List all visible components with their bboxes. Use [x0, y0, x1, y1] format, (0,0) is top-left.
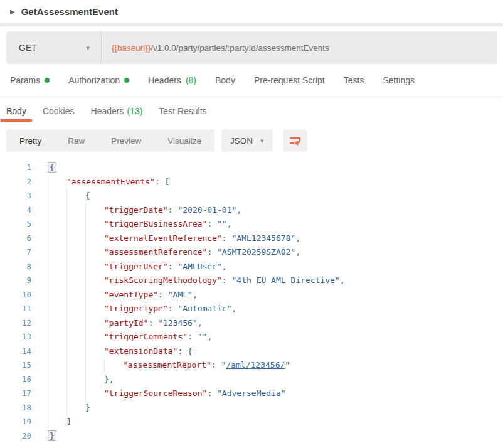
indent-guide	[85, 260, 104, 274]
indent-guide	[85, 344, 104, 359]
response-tab-headers-label: Headers	[91, 106, 124, 116]
indent-guide	[66, 189, 85, 203]
code-line: 14"extensionData": {	[0, 344, 503, 359]
indent-guide	[66, 330, 85, 344]
json-token-str: "AdverseMedia"	[217, 388, 286, 398]
indent-guide	[85, 232, 104, 246]
line-number: 7	[0, 245, 31, 260]
indent-guide	[48, 373, 66, 387]
tab-tests[interactable]: Tests	[344, 75, 364, 85]
json-token-key: "eventType"	[104, 290, 158, 299]
code-line: 11"triggerType": "Automatic",	[0, 302, 503, 316]
method-select[interactable]: GET ▾	[6, 31, 102, 64]
json-token-punct-hl: }	[48, 430, 56, 441]
line-number: 3	[0, 189, 31, 203]
code-line: 8"triggerUser": "AMLUser",	[0, 260, 503, 274]
code-line: 3{	[0, 189, 503, 203]
tab-body[interactable]: Body	[215, 75, 235, 85]
json-token-punct: :	[168, 304, 178, 313]
view-mode-preview[interactable]: Preview	[98, 129, 154, 152]
json-token-punct: ,	[232, 304, 237, 313]
json-token-punct: ,	[222, 262, 227, 271]
format-label: JSON	[230, 136, 253, 146]
json-token-key: "extensionData"	[104, 346, 177, 356]
indent-guide	[48, 330, 66, 344]
json-token-punct: :	[148, 318, 158, 328]
line-number: 4	[0, 203, 31, 218]
json-token-str: "AML"	[168, 290, 193, 299]
response-tab-body[interactable]: Body	[6, 106, 26, 116]
json-token-key: "assessmentEvents"	[66, 177, 155, 186]
indent-guide	[48, 217, 66, 232]
tab-headers-label: Headers	[148, 75, 181, 85]
indent-guide	[48, 274, 66, 288]
response-tab-headers[interactable]: Headers (13)	[91, 106, 143, 116]
indent-guide	[85, 373, 104, 387]
tab-params[interactable]: Params	[10, 75, 50, 85]
view-mode-visualize[interactable]: Visualize	[154, 129, 214, 152]
json-token-punct: }	[85, 403, 90, 412]
tab-authorization[interactable]: Authorization	[68, 75, 129, 85]
json-token-punct: :	[222, 275, 232, 285]
json-token-key: "assessmentReport"	[123, 360, 211, 370]
tab-settings[interactable]: Settings	[383, 75, 415, 85]
json-token-key: "externalEventReference"	[104, 233, 222, 243]
tab-headers[interactable]: Headers (8)	[148, 75, 196, 85]
indent-guide	[66, 245, 85, 260]
indent-guide	[66, 260, 85, 274]
headers-count-badge: (8)	[186, 75, 196, 85]
code-lines: 1{2"assessmentEvents": [3{4"triggerDate"…	[0, 161, 503, 443]
json-token-key: "triggerBusinessArea"	[104, 219, 207, 228]
indent-guide	[85, 358, 104, 373]
indent-guide	[66, 373, 85, 387]
json-token-str: "2020-01-01"	[177, 205, 236, 215]
indent-guide	[48, 401, 66, 415]
indent-guide	[66, 232, 85, 246]
response-tabs: Body Cookies Headers (13) Test Results	[0, 97, 503, 125]
green-dot-indicator	[124, 78, 129, 83]
url-variable: {{baseuri}}	[112, 43, 151, 53]
json-token-punct: :	[207, 247, 217, 257]
json-token-punct: ,	[236, 205, 241, 215]
response-tab-cookies[interactable]: Cookies	[43, 106, 75, 116]
response-tab-cookies-label: Cookies	[43, 106, 75, 116]
code-line: 10"eventType": "AML",	[0, 288, 503, 302]
json-token-punct: : {	[177, 346, 192, 356]
url-input[interactable]: {{baseuri}}/v1.0.0/party/parties/:partyI…	[102, 31, 497, 64]
indent-guide	[48, 415, 66, 429]
code-line: 12"partyId": "123456",	[0, 316, 503, 331]
indent-guide	[48, 245, 66, 260]
json-token-punct: ]	[66, 417, 71, 426]
json-token-punct: ,	[295, 247, 300, 257]
code-line: 9"riskScoringMethodology": "4th EU AML D…	[0, 274, 503, 288]
text-wrap-icon	[289, 134, 302, 147]
json-token-str: ""	[198, 332, 208, 341]
collapse-arrow-icon[interactable]: ▶	[10, 8, 15, 15]
request-tabs: Params Authorization Headers (8) Body Pr…	[0, 64, 503, 97]
json-token-punct: :	[168, 205, 178, 215]
response-body-editor[interactable]: 1{2"assessmentEvents": [3{4"triggerDate"…	[0, 156, 503, 443]
assessment-report-link[interactable]: /aml/123456/	[226, 360, 285, 370]
line-number: 5	[0, 217, 31, 232]
tab-params-label: Params	[10, 75, 40, 85]
view-mode-raw[interactable]: Raw	[55, 129, 98, 152]
json-token-key: "triggerComments"	[104, 332, 188, 341]
indent-guide	[66, 316, 85, 331]
url-path: /v1.0.0/party/parties/:partyId/assessmen…	[151, 43, 329, 53]
tab-pre-request-script[interactable]: Pre-request Script	[254, 75, 325, 85]
json-token-punct: :	[211, 360, 221, 370]
line-number: 13	[0, 330, 31, 344]
indent-guide	[66, 358, 85, 373]
json-token-punct: ,	[340, 275, 345, 285]
code-line: 4"triggerDate": "2020-01-01",	[0, 203, 503, 218]
tab-tests-label: Tests	[344, 75, 364, 85]
json-token-key: "triggerDate"	[104, 205, 168, 215]
response-tab-test-results[interactable]: Test Results	[159, 106, 206, 116]
json-token-key: "triggerSourceReason"	[104, 388, 207, 398]
indent-guide	[48, 344, 66, 359]
indent-guide	[66, 401, 85, 415]
format-select[interactable]: JSON ▾	[221, 129, 273, 152]
view-mode-pretty[interactable]: Pretty	[6, 129, 55, 152]
wrap-text-button[interactable]	[283, 129, 307, 152]
json-token-str: "ASMT20259SZAO2"	[217, 247, 295, 257]
